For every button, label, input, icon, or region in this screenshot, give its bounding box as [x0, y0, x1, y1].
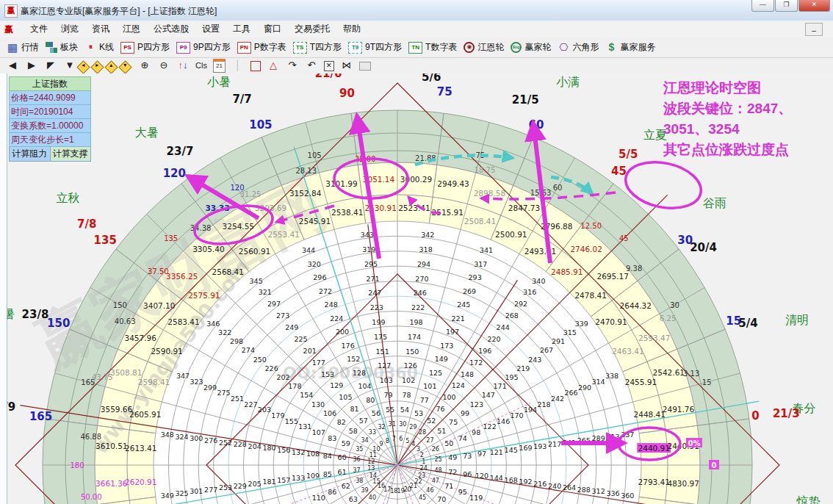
rotate-cw-icon[interactable]: ↷	[286, 59, 299, 73]
svg-text:25: 25	[434, 456, 441, 463]
toolbar-service[interactable]: $赢家服务	[605, 41, 655, 54]
toolbar-t-table[interactable]: TNT数字表	[408, 41, 457, 54]
winner-wheel-icon: Big	[511, 42, 522, 53]
menu-trade[interactable]: 交易委托	[288, 21, 336, 37]
svg-text:181: 181	[262, 478, 275, 486]
svg-text:77: 77	[420, 396, 429, 404]
prev-arrow-icon[interactable]: ◀	[6, 59, 19, 73]
toolbar-hexagon[interactable]: ⎔六角形	[558, 41, 599, 54]
svg-text:35: 35	[356, 446, 363, 453]
toolbar-t-square[interactable]: TST四方形	[293, 41, 342, 54]
svg-text:324: 324	[175, 433, 188, 441]
move-down-diamond-icon[interactable]: ▾	[118, 60, 131, 73]
toolbar-9p-square[interactable]: P99P四方形	[176, 41, 231, 54]
menu-settings[interactable]: 设置	[195, 21, 226, 37]
toolbar-winner-wheel[interactable]: Big赢家轮	[511, 41, 551, 54]
cls-button[interactable]: Cls	[195, 59, 207, 73]
move-right-diamond-icon[interactable]: ▸	[90, 60, 104, 73]
svg-text:2644.32: 2644.32	[620, 301, 652, 310]
next-arrow-icon[interactable]: ▶	[25, 59, 38, 73]
updown-scale-icon[interactable]: ↑↓	[176, 59, 190, 73]
shrink-icon[interactable]: ⋈	[340, 59, 353, 73]
svg-text:45: 45	[611, 165, 627, 178]
menu-tools[interactable]: 工具	[226, 21, 257, 37]
svg-text:120: 120	[230, 184, 244, 192]
menu-help[interactable]: 帮助	[336, 21, 367, 37]
svg-text:150: 150	[47, 317, 70, 330]
zoom-in-icon[interactable]: ⊕	[138, 59, 151, 73]
svg-text:2746.02: 2746.02	[570, 245, 602, 253]
mdi-minimize-button[interactable]: _	[805, 23, 823, 36]
svg-text:53: 53	[414, 409, 423, 417]
toolbar-sectors[interactable]: 板块	[46, 41, 78, 54]
menu-file[interactable]: 文件	[24, 21, 54, 37]
toolbar-9t-square[interactable]: T99T四方形	[348, 41, 402, 54]
svg-text:72: 72	[448, 468, 457, 476]
t9-square-icon: T9	[348, 42, 362, 54]
svg-text:219: 219	[516, 364, 530, 372]
toolbar-gann-wheel[interactable]: ◉江恩轮	[464, 41, 504, 54]
zoom-out-icon[interactable]: ⊖	[157, 59, 170, 73]
svg-text:100: 100	[443, 393, 456, 401]
svg-text:2695.17: 2695.17	[597, 272, 629, 281]
svg-text:28.13: 28.13	[295, 167, 317, 175]
svg-text:224: 224	[330, 314, 343, 323]
pointer-up-icon[interactable]: ◤	[44, 59, 57, 73]
svg-text:192: 192	[519, 478, 532, 486]
analyst-annotation-text: 江恩理论时空图 波段关键位：2847、 3051、3254 其它点位涨跌过度点	[663, 78, 831, 160]
svg-text:244: 244	[497, 323, 510, 331]
toolbar-p-table[interactable]: PNP数字表	[237, 41, 286, 54]
calc-support-button[interactable]: 计算支撑	[51, 147, 92, 162]
svg-text:11: 11	[369, 452, 377, 458]
svg-text:2463.41: 2463.41	[612, 347, 643, 356]
step-row: 周天变化步长=1	[9, 133, 91, 147]
svg-text:3457.96: 3457.96	[125, 334, 157, 342]
svg-text:299: 299	[203, 384, 217, 392]
pn-table-icon: PN	[237, 42, 251, 54]
maximize-button[interactable]: ❐	[775, 0, 798, 12]
move-left-diamond-icon[interactable]: ◂	[76, 60, 90, 73]
minimize-button[interactable]: —	[751, 0, 774, 12]
menu-window[interactable]: 窗口	[257, 21, 288, 37]
calc-resistance-button[interactable]: 计算阻力	[9, 147, 51, 162]
menu-browse[interactable]: 浏览	[54, 21, 85, 37]
svg-text:57: 57	[359, 417, 368, 425]
rotate-ccw-icon[interactable]: ↶	[305, 59, 318, 73]
time-row: 时间=20190104	[9, 105, 91, 119]
svg-text:178: 178	[288, 382, 301, 390]
svg-text:217: 217	[548, 440, 561, 448]
svg-text:15: 15	[702, 378, 712, 386]
svg-text:243: 243	[528, 356, 541, 364]
svg-text:30: 30	[670, 301, 679, 309]
svg-text:23: 23	[418, 472, 425, 479]
svg-text:谷雨: 谷雨	[703, 196, 726, 210]
app-icon-small: 赢	[4, 24, 18, 35]
p9-square-icon: P9	[176, 42, 190, 54]
menu-news[interactable]: 资讯	[85, 21, 116, 37]
svg-text:171: 171	[494, 382, 507, 390]
svg-text:0: 0	[751, 409, 759, 422]
triangle-tool-icon[interactable]: △	[267, 59, 280, 73]
calendar-icon[interactable]: 21	[213, 59, 226, 73]
screen-icon[interactable]	[359, 62, 371, 71]
menu-formula-stock-pick[interactable]: 公式选股	[147, 21, 195, 37]
move-up-diamond-icon[interactable]: ▴	[104, 60, 118, 73]
svg-text:180: 180	[262, 444, 275, 452]
pointer-down-icon[interactable]: ▼	[63, 59, 76, 73]
svg-text:314: 314	[591, 378, 605, 386]
svg-text:20/4: 20/4	[690, 241, 717, 254]
svg-text:6.25: 6.25	[660, 314, 676, 323]
close-button[interactable]: ✕	[798, 0, 830, 12]
toolbar-quotes[interactable]: ▦行情	[7, 41, 39, 54]
toolbar-kline[interactable]: ᵗᵗᵗK线	[84, 41, 114, 54]
square-tool-icon[interactable]	[250, 61, 261, 71]
svg-text:3254.55: 3254.55	[223, 222, 254, 231]
svg-text:341: 341	[480, 246, 493, 254]
svg-text:0%: 0%	[688, 439, 701, 447]
svg-text:268: 268	[505, 312, 519, 320]
svg-text:2598.41: 2598.41	[138, 378, 170, 386]
menu-gann[interactable]: 江恩	[116, 21, 147, 37]
expand-icon[interactable]: ✕	[324, 61, 334, 71]
svg-text:229: 229	[234, 482, 247, 490]
toolbar-p-square[interactable]: PSP四方形	[120, 41, 170, 54]
